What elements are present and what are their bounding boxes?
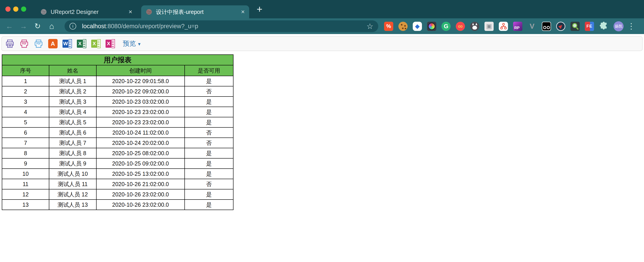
table-cell: 是: [185, 148, 233, 158]
export-word-button[interactable]: W: [62, 39, 72, 49]
table-cell: 是: [185, 158, 233, 169]
column-header-flag: 是否可用: [185, 65, 233, 76]
preview-pdf-button[interactable]: PDF: [34, 39, 44, 49]
extension-rocket-icon[interactable]: [556, 22, 565, 31]
site-info-icon[interactable]: i: [70, 23, 76, 29]
tab-close-icon[interactable]: ×: [128, 8, 132, 15]
table-cell: 测试人员 5: [49, 117, 96, 127]
print-button[interactable]: [5, 39, 15, 49]
table-cell: 否: [185, 127, 233, 138]
tab-preview-report[interactable]: 设计中报表-ureport ×: [141, 5, 249, 18]
extension-screenshot-icon[interactable]: [570, 22, 580, 31]
window-controls: [6, 6, 26, 12]
report-toolbar: PDF PDF A W X X X: [1, 36, 643, 51]
preview-dropdown[interactable]: 预览 ▾: [123, 39, 140, 48]
table-cell: 2020-10-24 11:02:00.0: [96, 127, 185, 138]
reload-icon[interactable]: ↻: [30, 18, 44, 34]
column-header-seq: 序号: [2, 65, 49, 76]
extensions-puzzle-icon[interactable]: [599, 21, 608, 31]
back-icon[interactable]: ←: [2, 18, 16, 34]
table-cell: 13: [2, 200, 49, 210]
column-header-time: 创建时间: [96, 65, 185, 76]
report-title: 用户报表: [2, 55, 233, 65]
table-row: 9测试人员 92020-10-25 09:02:00.0是: [2, 158, 233, 169]
forward-icon[interactable]: →: [16, 18, 30, 34]
globe-favicon-icon: [146, 8, 152, 15]
table-cell: 2020-10-23 23:02:00.0: [96, 117, 185, 127]
tab-close-icon[interactable]: ×: [241, 8, 245, 15]
table-row: 2测试人员 22020-10-22 09:02:00.0否: [2, 86, 233, 96]
table-row: 8测试人员 82020-10-25 08:02:00.0是: [2, 148, 233, 158]
extension-cookie-icon[interactable]: [398, 22, 408, 31]
export-excel-sheet-button[interactable]: X: [105, 39, 115, 49]
print-pdf-button[interactable]: PDF: [19, 39, 29, 49]
table-cell: 8: [2, 148, 49, 158]
extension-fehelper-icon[interactable]: FE: [585, 22, 594, 31]
table-cell: 测试人员 13: [49, 200, 96, 210]
address-bar[interactable]: i localhost:8080/demo/ureport/preview?_u…: [64, 20, 378, 32]
column-header-name: 姓名: [49, 65, 96, 76]
report-body: 1测试人员 12020-10-22 09:01:58.0是2测试人员 22020…: [2, 76, 233, 210]
export-pdf-button[interactable]: A: [48, 39, 58, 49]
export-excel-paging-button[interactable]: X: [91, 39, 101, 49]
extension-grammarly-icon[interactable]: G: [442, 22, 450, 31]
extension-percent-code-icon[interactable]: %: [384, 22, 393, 31]
table-cell: 6: [2, 127, 49, 138]
table-cell: 否: [185, 138, 233, 148]
extension-qr-maze-icon[interactable]: ▣: [484, 22, 494, 31]
table-cell: 是: [185, 96, 233, 107]
extension-blue-gem-icon[interactable]: ◆: [413, 22, 422, 31]
globe-favicon-icon: [40, 8, 47, 15]
table-cell: 测试人员 6: [49, 127, 96, 138]
browser-tab-strip: UReport2 Designer × 设计中报表-ureport × +: [0, 0, 644, 18]
table-cell: 12: [2, 189, 49, 200]
table-cell: 2020-10-25 13:02:00.0: [96, 169, 185, 179]
table-cell: 5: [2, 117, 49, 127]
table-cell: 2020-10-25 08:02:00.0: [96, 148, 185, 158]
table-cell: 9: [2, 158, 49, 169]
extension-tampermonkey-icon[interactable]: [542, 22, 551, 31]
extension-cat-icon[interactable]: [470, 22, 479, 31]
table-cell: 7: [2, 138, 49, 148]
table-cell: 2020-10-26 23:02:00.0: [96, 189, 185, 200]
table-cell: 测试人员 10: [49, 169, 96, 179]
table-cell: 否: [185, 86, 233, 96]
extension-org-chart-icon[interactable]: [499, 22, 508, 31]
export-excel-button[interactable]: X: [77, 39, 86, 49]
table-row: 11测试人员 112020-10-26 21:02:00.0否: [2, 179, 233, 189]
table-cell: 测试人员 4: [49, 107, 96, 117]
table-cell: 2020-10-26 21:02:00.0: [96, 179, 185, 189]
url-host: localhost: [82, 23, 106, 29]
extension-infinity-icon[interactable]: ∞: [456, 22, 465, 31]
excel-page: [97, 39, 100, 48]
extension-axure-rp-icon[interactable]: RP: [513, 22, 522, 31]
table-cell: 2020-10-22 09:01:58.0: [96, 76, 185, 86]
word-icon: W: [62, 39, 72, 48]
table-cell: 测试人员 2: [49, 86, 96, 96]
profile-avatar[interactable]: 扬凯: [614, 21, 624, 31]
excel-letter: X: [91, 40, 97, 48]
extension-camera-lens-icon[interactable]: [427, 22, 436, 31]
url-text: localhost:8080/demo/ureport/preview?_u=p: [82, 23, 198, 30]
url-path: :8080/demo/ureport/preview?_u=p: [106, 23, 198, 29]
table-cell: 2020-10-23 03:02:00.0: [96, 96, 185, 107]
window-close-button[interactable]: [6, 6, 10, 12]
table-row: 5测试人员 52020-10-23 23:02:00.0是: [2, 117, 233, 127]
window-zoom-button[interactable]: [21, 6, 26, 12]
window-minimize-button[interactable]: [13, 6, 18, 12]
extension-vue-devtools-icon[interactable]: V: [528, 22, 537, 31]
tab-title: UReport2 Designer: [51, 9, 98, 15]
bookmark-star-icon[interactable]: ☆: [366, 22, 373, 31]
table-cell: 是: [185, 107, 233, 117]
new-tab-button[interactable]: +: [254, 3, 265, 15]
excel-sheet-icon: X: [106, 39, 115, 48]
table-cell: 测试人员 11: [49, 179, 96, 189]
table-cell: 是: [185, 189, 233, 200]
table-cell: 是: [185, 200, 233, 210]
table-cell: 测试人员 3: [49, 96, 96, 107]
table-row: 6测试人员 62020-10-24 11:02:00.0否: [2, 127, 233, 138]
home-icon[interactable]: ⌂: [44, 18, 59, 34]
chrome-menu-icon[interactable]: ⋮: [627, 18, 635, 34]
tab-ureport2-designer[interactable]: UReport2 Designer ×: [36, 5, 137, 18]
table-cell: 测试人员 12: [49, 189, 96, 200]
